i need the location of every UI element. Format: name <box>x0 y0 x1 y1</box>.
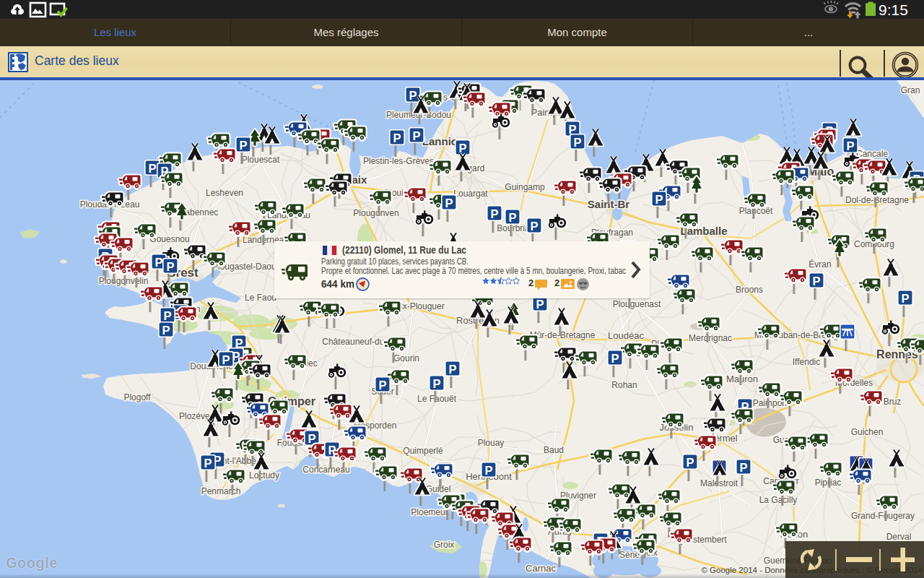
svg-text:Le Faouët: Le Faouët <box>417 394 457 404</box>
svg-text:Derval: Derval <box>886 532 912 542</box>
svg-text:Ploemeur: Ploemeur <box>411 507 448 517</box>
svg-text:Bourbria: Bourbria <box>497 223 530 233</box>
svg-text:La Gacilly: La Gacilly <box>759 495 798 505</box>
svg-text:Carnac: Carnac <box>526 563 556 574</box>
svg-text:(22110) Glomel, 11 Rue du Lac: (22110) Glomel, 11 Rue du Lac <box>342 244 466 256</box>
svg-text:Plogoff: Plogoff <box>123 392 151 402</box>
svg-text:Gourin: Gourin <box>393 353 419 363</box>
svg-text:Rohan: Rohan <box>611 380 637 390</box>
svg-text:Merdrignac: Merdrignac <box>689 333 732 343</box>
svg-text:Guichen: Guichen <box>851 427 884 437</box>
svg-text:Lesheven: Lesheven <box>206 188 243 198</box>
svg-text:Loudéac: Loudéac <box>608 330 644 341</box>
svg-text:2: 2 <box>554 277 559 288</box>
svg-text:Évran: Évran <box>808 259 831 269</box>
svg-text:Malestroit: Malestroit <box>700 478 738 488</box>
svg-text:Le Faou: Le Faou <box>245 293 276 303</box>
svg-text:Plougonven: Plougonven <box>353 208 398 218</box>
svg-text:Loctudy: Loctudy <box>249 470 279 480</box>
svg-text:Plouay: Plouay <box>478 438 505 448</box>
svg-text:Penmarch: Penmarch <box>201 486 241 496</box>
svg-text:2: 2 <box>528 277 533 288</box>
svg-text:Baud: Baud <box>544 445 564 455</box>
svg-text:Gran: Gran <box>901 85 920 95</box>
svg-text:Mûr-de-Bretagne: Mûr-de-Bretagne <box>530 330 596 340</box>
svg-text:Plouescat: Plouescat <box>242 155 280 165</box>
svg-text:Mauron: Mauron <box>726 374 758 384</box>
svg-text:Louargat: Louargat <box>453 189 488 199</box>
svg-text:Iffendic: Iffendic <box>793 357 820 367</box>
svg-text:Parking gratuit 10 places, ser: Parking gratuit 10 places, services paya… <box>321 256 468 267</box>
svg-text:Plancoët: Plancoët <box>739 206 773 216</box>
svg-text:Guingamp: Guingamp <box>505 182 545 192</box>
svg-text:Groix: Groix <box>434 540 455 550</box>
svg-text:Pipriac: Pipriac <box>815 478 842 488</box>
svg-text:Plouguenast: Plouguenast <box>613 299 661 309</box>
svg-text:Quimperlé: Quimperlé <box>403 446 443 456</box>
svg-text:aix-Plouguer: aix-Plouguer <box>396 301 444 311</box>
svg-text:Propre et fonctionnel. Lac ave: Propre et fonctionnel. Lac avec plage à … <box>321 266 626 276</box>
svg-text:Broons: Broons <box>736 285 763 295</box>
svg-text:644 km: 644 km <box>321 277 354 290</box>
svg-text:9:15: 9:15 <box>879 1 908 18</box>
svg-text:Dol-de-Bretagne: Dol-de-Bretagne <box>845 195 909 205</box>
svg-text:Grand-Fougeray: Grand-Fougeray <box>851 511 915 521</box>
svg-text:Plestin-les-Grèves: Plestin-les-Grèves <box>363 156 434 166</box>
svg-text:Bruz: Bruz <box>884 397 902 407</box>
